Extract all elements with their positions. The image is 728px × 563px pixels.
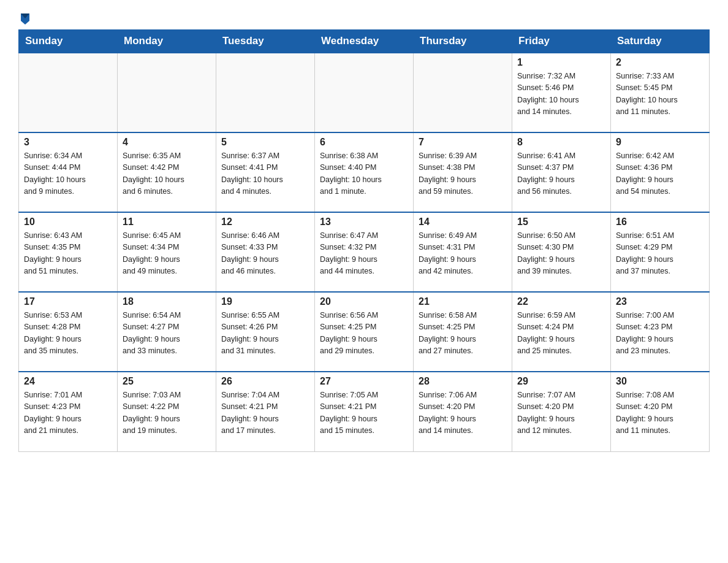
calendar-cell: 5Sunrise: 6:37 AM Sunset: 4:41 PM Daylig… — [216, 132, 315, 212]
calendar-cell: 1Sunrise: 7:32 AM Sunset: 5:46 PM Daylig… — [512, 53, 611, 132]
calendar-cell: 13Sunrise: 6:47 AM Sunset: 4:32 PM Dayli… — [315, 212, 414, 292]
day-number: 6 — [320, 137, 408, 148]
calendar-cell: 10Sunrise: 6:43 AM Sunset: 4:35 PM Dayli… — [19, 212, 118, 292]
calendar-cell: 19Sunrise: 6:55 AM Sunset: 4:26 PM Dayli… — [216, 292, 315, 372]
calendar-cell: 14Sunrise: 6:49 AM Sunset: 4:31 PM Dayli… — [414, 212, 512, 292]
week-row-2: 3Sunrise: 6:34 AM Sunset: 4:44 PM Daylig… — [19, 132, 710, 212]
day-number: 20 — [320, 296, 408, 307]
calendar-header-saturday: Saturday — [611, 30, 710, 53]
calendar-cell: 2Sunrise: 7:33 AM Sunset: 5:45 PM Daylig… — [611, 53, 710, 132]
logo — [18, 12, 32, 23]
calendar-cell: 29Sunrise: 7:07 AM Sunset: 4:20 PM Dayli… — [512, 372, 611, 451]
day-number: 4 — [123, 137, 211, 148]
day-number: 22 — [517, 296, 605, 307]
day-info: Sunrise: 7:01 AM Sunset: 4:23 PM Dayligh… — [24, 389, 112, 437]
day-info: Sunrise: 6:49 AM Sunset: 4:31 PM Dayligh… — [419, 230, 507, 278]
calendar-header-thursday: Thursday — [414, 30, 512, 53]
calendar-cell — [315, 53, 414, 132]
day-number: 1 — [517, 57, 605, 68]
day-number: 14 — [419, 216, 507, 228]
day-number: 11 — [123, 216, 211, 228]
calendar-table: SundayMondayTuesdayWednesdayThursdayFrid… — [18, 29, 710, 452]
calendar-header-sunday: Sunday — [19, 30, 118, 53]
day-number: 7 — [419, 137, 507, 148]
calendar-cell: 28Sunrise: 7:06 AM Sunset: 4:20 PM Dayli… — [414, 372, 512, 451]
day-info: Sunrise: 6:42 AM Sunset: 4:36 PM Dayligh… — [616, 150, 704, 198]
day-info: Sunrise: 6:56 AM Sunset: 4:25 PM Dayligh… — [320, 310, 408, 358]
day-info: Sunrise: 6:46 AM Sunset: 4:33 PM Dayligh… — [221, 230, 309, 278]
page-header — [18, 12, 710, 23]
day-info: Sunrise: 6:41 AM Sunset: 4:37 PM Dayligh… — [517, 150, 605, 198]
day-info: Sunrise: 6:34 AM Sunset: 4:44 PM Dayligh… — [24, 150, 112, 198]
logo-arrow-icon — [18, 12, 32, 27]
day-number: 27 — [320, 376, 408, 387]
week-row-1: 1Sunrise: 7:32 AM Sunset: 5:46 PM Daylig… — [19, 53, 710, 132]
day-number: 28 — [419, 376, 507, 387]
calendar-cell: 20Sunrise: 6:56 AM Sunset: 4:25 PM Dayli… — [315, 292, 414, 372]
calendar-cell: 12Sunrise: 6:46 AM Sunset: 4:33 PM Dayli… — [216, 212, 315, 292]
calendar-cell — [216, 53, 315, 132]
calendar-cell: 7Sunrise: 6:39 AM Sunset: 4:38 PM Daylig… — [414, 132, 512, 212]
day-number: 17 — [24, 296, 112, 307]
day-info: Sunrise: 6:43 AM Sunset: 4:35 PM Dayligh… — [24, 230, 112, 278]
day-info: Sunrise: 6:39 AM Sunset: 4:38 PM Dayligh… — [419, 150, 507, 198]
calendar-cell: 25Sunrise: 7:03 AM Sunset: 4:22 PM Dayli… — [118, 372, 216, 451]
calendar-cell — [414, 53, 512, 132]
calendar-cell: 9Sunrise: 6:42 AM Sunset: 4:36 PM Daylig… — [611, 132, 710, 212]
calendar-cell — [19, 53, 118, 132]
day-number: 15 — [517, 216, 605, 228]
day-number: 10 — [24, 216, 112, 228]
day-info: Sunrise: 6:53 AM Sunset: 4:28 PM Dayligh… — [24, 310, 112, 358]
week-row-3: 10Sunrise: 6:43 AM Sunset: 4:35 PM Dayli… — [19, 212, 710, 292]
calendar-cell: 21Sunrise: 6:58 AM Sunset: 4:25 PM Dayli… — [414, 292, 512, 372]
day-info: Sunrise: 6:54 AM Sunset: 4:27 PM Dayligh… — [123, 310, 211, 358]
calendar-header-monday: Monday — [118, 30, 216, 53]
day-info: Sunrise: 6:37 AM Sunset: 4:41 PM Dayligh… — [221, 150, 309, 198]
calendar-cell: 24Sunrise: 7:01 AM Sunset: 4:23 PM Dayli… — [19, 372, 118, 451]
week-row-4: 17Sunrise: 6:53 AM Sunset: 4:28 PM Dayli… — [19, 292, 710, 372]
day-number: 5 — [221, 137, 309, 148]
day-info: Sunrise: 6:38 AM Sunset: 4:40 PM Dayligh… — [320, 150, 408, 198]
day-number: 18 — [123, 296, 211, 307]
day-info: Sunrise: 6:47 AM Sunset: 4:32 PM Dayligh… — [320, 230, 408, 278]
calendar-cell: 3Sunrise: 6:34 AM Sunset: 4:44 PM Daylig… — [19, 132, 118, 212]
calendar-header-tuesday: Tuesday — [216, 30, 315, 53]
calendar-cell — [118, 53, 216, 132]
day-info: Sunrise: 6:55 AM Sunset: 4:26 PM Dayligh… — [221, 310, 309, 358]
calendar-cell: 4Sunrise: 6:35 AM Sunset: 4:42 PM Daylig… — [118, 132, 216, 212]
day-number: 30 — [616, 376, 704, 387]
calendar-cell: 23Sunrise: 7:00 AM Sunset: 4:23 PM Dayli… — [611, 292, 710, 372]
calendar-cell: 6Sunrise: 6:38 AM Sunset: 4:40 PM Daylig… — [315, 132, 414, 212]
calendar-cell: 30Sunrise: 7:08 AM Sunset: 4:20 PM Dayli… — [611, 372, 710, 451]
calendar-header-wednesday: Wednesday — [315, 30, 414, 53]
day-info: Sunrise: 7:32 AM Sunset: 5:46 PM Dayligh… — [517, 71, 605, 118]
calendar-cell: 11Sunrise: 6:45 AM Sunset: 4:34 PM Dayli… — [118, 212, 216, 292]
day-info: Sunrise: 6:51 AM Sunset: 4:29 PM Dayligh… — [616, 230, 704, 278]
day-number: 13 — [320, 216, 408, 228]
week-row-5: 24Sunrise: 7:01 AM Sunset: 4:23 PM Dayli… — [19, 372, 710, 451]
day-number: 12 — [221, 216, 309, 228]
day-number: 24 — [24, 376, 112, 387]
day-number: 23 — [616, 296, 704, 307]
day-number: 9 — [616, 137, 704, 148]
day-number: 19 — [221, 296, 309, 307]
day-info: Sunrise: 7:00 AM Sunset: 4:23 PM Dayligh… — [616, 310, 704, 358]
day-info: Sunrise: 7:03 AM Sunset: 4:22 PM Dayligh… — [123, 389, 211, 437]
day-info: Sunrise: 6:58 AM Sunset: 4:25 PM Dayligh… — [419, 310, 507, 358]
calendar-cell: 18Sunrise: 6:54 AM Sunset: 4:27 PM Dayli… — [118, 292, 216, 372]
calendar-cell: 8Sunrise: 6:41 AM Sunset: 4:37 PM Daylig… — [512, 132, 611, 212]
day-info: Sunrise: 6:59 AM Sunset: 4:24 PM Dayligh… — [517, 310, 605, 358]
day-info: Sunrise: 6:45 AM Sunset: 4:34 PM Dayligh… — [123, 230, 211, 278]
day-number: 2 — [616, 57, 704, 68]
calendar-cell: 16Sunrise: 6:51 AM Sunset: 4:29 PM Dayli… — [611, 212, 710, 292]
calendar-cell: 15Sunrise: 6:50 AM Sunset: 4:30 PM Dayli… — [512, 212, 611, 292]
calendar-cell: 17Sunrise: 6:53 AM Sunset: 4:28 PM Dayli… — [19, 292, 118, 372]
calendar-cell: 22Sunrise: 6:59 AM Sunset: 4:24 PM Dayli… — [512, 292, 611, 372]
day-number: 16 — [616, 216, 704, 228]
calendar-header-friday: Friday — [512, 30, 611, 53]
day-info: Sunrise: 7:08 AM Sunset: 4:20 PM Dayligh… — [616, 389, 704, 437]
day-number: 8 — [517, 137, 605, 148]
day-number: 25 — [123, 376, 211, 387]
day-info: Sunrise: 7:05 AM Sunset: 4:21 PM Dayligh… — [320, 389, 408, 437]
calendar-cell: 26Sunrise: 7:04 AM Sunset: 4:21 PM Dayli… — [216, 372, 315, 451]
